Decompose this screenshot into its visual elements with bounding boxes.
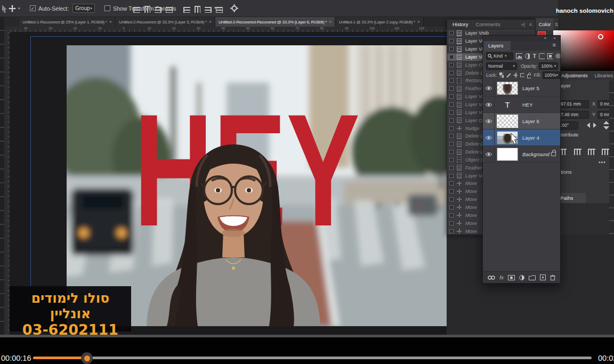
layer-row[interactable]: Layer 4 xyxy=(483,130,560,146)
filter-shape-layers-icon[interactable] xyxy=(539,53,545,59)
align-middle-icon[interactable] xyxy=(195,6,200,13)
layer-name[interactable]: Layer 6 xyxy=(522,118,539,124)
eye-icon[interactable] xyxy=(483,96,495,113)
panel-collapse-icon[interactable]: »| xyxy=(521,22,524,27)
history-source-checkbox[interactable] xyxy=(449,197,454,201)
tab-adjustments[interactable]: Adjustments xyxy=(561,73,588,78)
distribute-middle-icon[interactable] xyxy=(588,149,595,155)
text-layer-icon[interactable]: T xyxy=(497,98,518,111)
layer-row[interactable]: T HEY xyxy=(483,96,560,113)
auto-select-mode-dropdown[interactable]: Group ▾ xyxy=(72,4,95,13)
color-picker-marker[interactable] xyxy=(598,34,603,39)
angle-field[interactable]: .00° xyxy=(558,122,578,130)
panel-menu-icon[interactable]: ≡ xyxy=(553,42,556,48)
layer-name[interactable]: Layer 5 xyxy=(522,85,539,91)
align-left-icon[interactable] xyxy=(133,7,140,13)
history-source-checkbox[interactable] xyxy=(449,39,454,43)
history-source-checkbox[interactable] xyxy=(449,78,454,83)
panel-close-icon[interactable]: × xyxy=(553,36,556,41)
history-source-checkbox[interactable] xyxy=(449,166,454,170)
history-source-checkbox[interactable] xyxy=(449,55,454,59)
history-source-checkbox[interactable] xyxy=(449,213,454,217)
filter-adjustment-layers-icon[interactable] xyxy=(525,53,530,59)
layer-filter-dropdown[interactable]: Kind ▾ xyxy=(486,52,513,60)
show-transform-checkbox[interactable] xyxy=(104,5,110,11)
history-source-checkbox[interactable] xyxy=(449,205,454,209)
lock-all-icon[interactable] xyxy=(527,72,531,78)
panel-collapse-icon[interactable]: « xyxy=(544,36,546,41)
document-tab[interactable]: Untitled-2-Recovered-Recovered @ 33.3% (… xyxy=(215,17,335,27)
new-layer-icon[interactable] xyxy=(540,274,546,280)
history-source-checkbox[interactable] xyxy=(449,63,454,67)
layer-name[interactable]: Layer 4 xyxy=(522,135,539,141)
distribute-center-icon[interactable] xyxy=(574,149,581,155)
delete-layer-icon[interactable] xyxy=(550,274,555,280)
layer-row[interactable]: Background xyxy=(483,146,560,163)
history-source-checkbox[interactable] xyxy=(449,126,454,131)
layer-row[interactable]: Layer 6 xyxy=(483,113,560,130)
move-tool-icon[interactable] xyxy=(9,5,16,12)
history-source-checkbox[interactable] xyxy=(449,86,454,91)
tab-close-icon[interactable]: × xyxy=(209,19,212,25)
align-bottom-icon[interactable] xyxy=(205,7,212,13)
photo-document[interactable]: HEY xyxy=(67,45,447,326)
distribute-bottom-icon[interactable] xyxy=(602,149,609,155)
tab-layers[interactable]: Layers xyxy=(484,41,511,51)
height-field[interactable]: 7.46 mm xyxy=(558,111,589,119)
document-tab[interactable]: Untitled-1 @ 33.3% (Layer 2 copy, RGB/8)… xyxy=(335,17,424,27)
history-source-checkbox[interactable] xyxy=(449,158,454,162)
new-group-icon[interactable] xyxy=(529,275,536,280)
lock-transparency-icon[interactable] xyxy=(499,72,504,78)
layer-row[interactable]: Layer 5 xyxy=(483,80,560,96)
link-layers-icon[interactable] xyxy=(488,276,495,280)
history-source-checkbox[interactable] xyxy=(449,229,454,233)
flip-horizontal-icon[interactable] xyxy=(587,122,596,129)
tab-comments[interactable]: Comments xyxy=(476,21,500,27)
history-source-checkbox[interactable] xyxy=(449,221,454,225)
tab-close-icon[interactable]: × xyxy=(417,19,420,25)
layer-mask-icon[interactable] xyxy=(508,275,515,280)
history-source-checkbox[interactable] xyxy=(449,134,454,138)
history-source-checkbox[interactable] xyxy=(449,71,454,75)
history-source-checkbox[interactable] xyxy=(449,94,454,99)
tab-close-icon[interactable]: × xyxy=(109,19,112,25)
eye-icon[interactable] xyxy=(483,130,495,146)
lock-artboard-icon[interactable] xyxy=(520,72,524,78)
lock-position-icon[interactable] xyxy=(513,72,518,78)
width-field[interactable]: 97.01 mm xyxy=(558,100,589,108)
tab-close-icon[interactable]: × xyxy=(329,19,332,25)
eye-icon[interactable] xyxy=(483,113,495,130)
history-source-checkbox[interactable] xyxy=(449,47,454,51)
align-center-horizontal-icon[interactable] xyxy=(144,6,150,13)
color-picker-gradient[interactable] xyxy=(553,30,614,71)
layer-name[interactable]: Background xyxy=(522,151,550,157)
history-source-checkbox[interactable] xyxy=(449,118,454,123)
history-source-checkbox[interactable] xyxy=(449,31,454,35)
history-source-checkbox[interactable] xyxy=(449,142,454,146)
gear-icon[interactable] xyxy=(230,4,238,12)
history-source-checkbox[interactable] xyxy=(449,181,454,185)
tab-libraries[interactable]: Libraries xyxy=(595,73,613,78)
panel-menu-icon[interactable]: ≡ xyxy=(529,22,532,27)
tab-history[interactable]: History xyxy=(453,21,468,27)
layer-thumbnail[interactable] xyxy=(497,148,518,161)
filter-type-layers-icon[interactable]: T xyxy=(532,53,536,59)
filter-smart-objects-icon[interactable] xyxy=(547,53,553,59)
history-source-checkbox[interactable] xyxy=(449,189,454,193)
layer-name[interactable]: HEY xyxy=(522,102,533,108)
seek-bar-track[interactable] xyxy=(33,357,592,359)
eye-icon[interactable] xyxy=(483,146,495,163)
filter-pixel-layers-icon[interactable] xyxy=(516,53,522,59)
distribute-more-icon[interactable]: ••• xyxy=(599,159,606,165)
tool-caret-icon[interactable]: ▾ xyxy=(18,6,20,11)
filter-toggle-icon[interactable] xyxy=(555,53,560,59)
blend-mode-dropdown[interactable]: Normal ▾ xyxy=(486,62,517,70)
more-options-icon[interactable]: ••• xyxy=(214,5,222,11)
eye-icon[interactable] xyxy=(483,80,495,96)
layer-style-icon[interactable]: fx xyxy=(499,274,503,280)
document-tab[interactable]: Untitled-2-Recovered @ 33.3% (Layer 5, R… xyxy=(116,17,215,27)
tab-color[interactable]: Color xyxy=(536,19,554,30)
layer-thumbnail[interactable] xyxy=(497,82,518,95)
align-top-icon[interactable] xyxy=(183,7,190,13)
lock-pixels-icon[interactable] xyxy=(506,72,511,78)
